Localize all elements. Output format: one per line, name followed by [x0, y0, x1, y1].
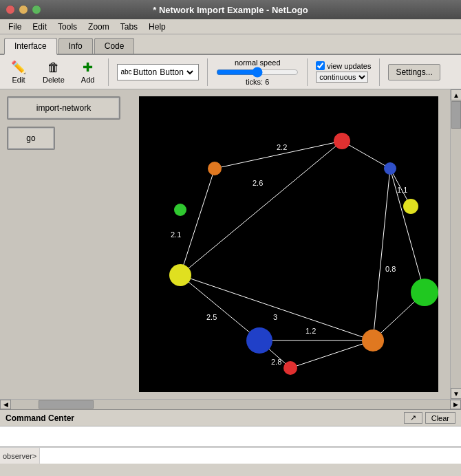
right-scrollbar: ▲ ▼ [450, 89, 461, 399]
view-updates-label[interactable]: view updates [316, 61, 371, 70]
menu-bar: File Edit Tools Zoom Tabs Help [0, 19, 461, 34]
h-scroll-thumb[interactable] [39, 400, 94, 409]
toolbar: ✏️ Edit 🗑 Delete ✚ Add abc Button Button… [0, 55, 461, 89]
svg-point-22 [334, 133, 350, 149]
view-updates-control: view updates continuous [316, 61, 371, 83]
ticks-display: ticks: 6 [246, 78, 269, 86]
svg-text:3: 3 [273, 313, 277, 321]
svg-point-31 [283, 361, 297, 375]
widget-type-label: Button [133, 67, 158, 77]
speed-control: normal speed ticks: 6 [216, 58, 299, 86]
add-label: Add [81, 76, 95, 84]
go-button[interactable]: go [7, 127, 55, 150]
svg-text:2.6: 2.6 [253, 179, 263, 187]
toolbar-divider-4 [379, 58, 380, 86]
svg-point-23 [208, 162, 222, 175]
speed-slider[interactable] [216, 67, 299, 78]
scroll-down-arrow[interactable]: ▼ [451, 388, 461, 399]
delete-tool[interactable]: 🗑 Delete [37, 59, 70, 85]
scroll-thumb[interactable] [451, 101, 461, 129]
window-title: * Network Import Example - NetLogo [153, 5, 308, 15]
speed-label: normal speed [235, 58, 281, 67]
toolbar-divider-3 [307, 58, 308, 86]
title-bar: * Network Import Example - NetLogo [0, 0, 461, 19]
command-prompt: observer> [0, 448, 40, 464]
svg-line-10 [373, 169, 390, 340]
command-center-title: Command Center [6, 413, 74, 423]
svg-point-26 [403, 199, 418, 214]
svg-point-30 [362, 329, 384, 351]
toolbar-divider-1 [108, 58, 109, 86]
svg-text:0.8: 0.8 [385, 265, 396, 273]
delete-icon: 🗑 [47, 61, 60, 75]
menu-file[interactable]: File [3, 21, 27, 33]
command-center-header: Command Center ↗ Clear [0, 410, 461, 426]
menu-tabs[interactable]: Tabs [115, 21, 143, 33]
toolbar-divider-2 [207, 58, 208, 86]
scroll-right-arrow[interactable]: ▶ [450, 400, 461, 409]
command-center: Command Center ↗ Clear observer> [0, 409, 461, 464]
svg-line-2 [342, 141, 390, 169]
svg-text:1.1: 1.1 [397, 186, 407, 194]
menu-help[interactable]: Help [143, 21, 171, 33]
svg-line-5 [180, 169, 215, 275]
menu-zoom[interactable]: Zoom [83, 21, 115, 33]
svg-text:2.5: 2.5 [206, 313, 217, 321]
settings-button[interactable]: Settings... [388, 64, 440, 80]
tab-code[interactable]: Code [94, 38, 135, 54]
bottom-scroll: ◀ ▶ [0, 399, 461, 409]
edit-tool[interactable]: ✏️ Edit [6, 58, 32, 85]
widget-type-dropdown[interactable]: Button Slider Switch [157, 67, 195, 78]
network-canvas: 2.2 2.6 2.1 1.1 0.8 2.5 [139, 96, 438, 392]
view-updates-checkbox[interactable] [316, 61, 325, 70]
h-scroll-track [11, 400, 450, 409]
delete-label: Delete [43, 76, 65, 84]
add-icon: ✚ [83, 60, 93, 75]
svg-text:2.1: 2.1 [171, 230, 181, 239]
tab-bar: Interface Info Code [0, 34, 461, 55]
svg-text:2.2: 2.2 [277, 143, 287, 151]
window-controls [6, 5, 41, 14]
tab-info[interactable]: Info [58, 38, 93, 54]
add-tool[interactable]: ✚ Add [76, 58, 100, 85]
command-center-export-button[interactable]: ↗ [404, 412, 422, 424]
svg-line-14 [180, 275, 373, 340]
command-center-clear-button[interactable]: Clear [425, 412, 455, 424]
scroll-left-arrow[interactable]: ◀ [0, 400, 11, 409]
command-input-area: observer> [0, 447, 461, 464]
svg-point-27 [169, 264, 191, 286]
svg-point-29 [246, 327, 272, 354]
svg-point-28 [411, 279, 438, 306]
scroll-track [451, 100, 461, 388]
widget-abc-icon: abc [120, 68, 131, 76]
svg-text:2.8: 2.8 [271, 358, 281, 366]
svg-line-21 [290, 340, 373, 368]
svg-line-12 [180, 275, 259, 340]
main-area: import-network go 2.2 2.6 2.1 1.1 [0, 89, 461, 399]
scroll-up-arrow[interactable]: ▲ [451, 89, 461, 100]
import-network-button[interactable]: import-network [7, 96, 120, 120]
canvas-container: 2.2 2.6 2.1 1.1 0.8 2.5 [127, 89, 450, 399]
edit-icon: ✏️ [11, 60, 26, 75]
svg-point-25 [174, 204, 186, 216]
svg-point-24 [384, 162, 396, 175]
menu-edit[interactable]: Edit [27, 21, 52, 33]
minimize-button[interactable] [19, 5, 28, 14]
command-input[interactable] [40, 452, 461, 460]
maximize-button[interactable] [32, 5, 41, 14]
menu-tools[interactable]: Tools [52, 21, 83, 33]
network-svg: 2.2 2.6 2.1 1.1 0.8 2.5 [139, 96, 438, 392]
widget-type-selector[interactable]: abc Button Button Slider Switch [117, 64, 199, 80]
left-panel: import-network go [0, 89, 127, 399]
continuous-select[interactable]: continuous [316, 72, 368, 83]
close-button[interactable] [6, 5, 15, 14]
command-center-buttons: ↗ Clear [404, 412, 455, 424]
edit-label: Edit [12, 76, 25, 84]
svg-line-3 [180, 141, 342, 275]
command-output [0, 426, 461, 447]
svg-text:1.2: 1.2 [305, 327, 316, 335]
tab-interface[interactable]: Interface [4, 38, 57, 55]
